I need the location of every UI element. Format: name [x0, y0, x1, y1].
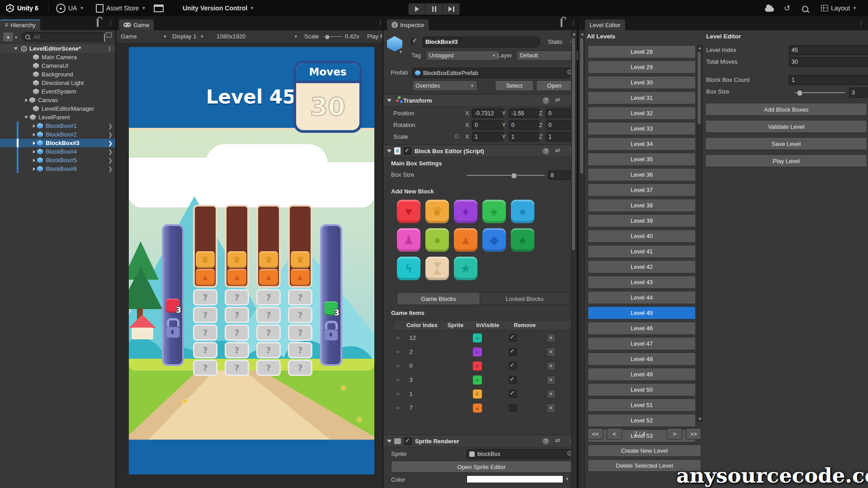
sprite-renderer-header[interactable]: Sprite Renderer [383, 435, 577, 447]
add-object-button[interactable]: + [3, 32, 14, 42]
foldout-closed-icon[interactable] [25, 99, 28, 102]
level-button[interactable]: Level 41 [588, 245, 696, 258]
hierarchy-item-blockbox[interactable]: BlockBox#1❯ [0, 122, 115, 130]
history-button[interactable] [784, 0, 790, 16]
level-button[interactable]: Level 28 [588, 45, 696, 58]
prefab-open-chevron[interactable]: ❯ [108, 157, 113, 164]
drag-handle-icon[interactable]: = [396, 404, 400, 411]
level-button[interactable]: Level 49 [588, 368, 696, 381]
level-button[interactable]: Level 51 [588, 399, 696, 412]
level-button[interactable]: Level 38 [588, 199, 696, 212]
validate-level-button[interactable]: Validate Level [705, 120, 867, 133]
window-picker-icon[interactable] [104, 34, 105, 42]
help-icon[interactable] [542, 148, 549, 155]
dark-spade-block-button[interactable]: ♠ [511, 228, 534, 252]
star-block-button[interactable]: ★ [454, 257, 477, 280]
game-item-row[interactable]: = 7 ▲ × [393, 402, 571, 414]
tab-hierarchy[interactable]: Hierarchy [0, 19, 40, 30]
first-page-button[interactable]: << [588, 428, 603, 440]
level-button[interactable]: Level 29 [588, 61, 696, 74]
foldout-closed-icon[interactable] [33, 141, 35, 145]
drag-handle-icon[interactable]: = [396, 348, 400, 355]
level-button[interactable]: Level 48 [588, 352, 696, 366]
play-level-button[interactable]: Play Level [705, 155, 867, 167]
level-button[interactable]: Level 34 [588, 137, 696, 150]
box-size-slider[interactable] [467, 175, 545, 176]
level-button[interactable]: Level 39 [588, 214, 696, 227]
scene-row[interactable]: LevelEditorScene* [0, 44, 115, 53]
version-control-menu[interactable]: Unity Version Control▼ [183, 0, 254, 16]
level-editor-menu-icon[interactable] [858, 19, 864, 26]
rotation-x-field[interactable]: 0 [472, 120, 504, 130]
hierarchy-item-blockbox-selected[interactable]: BlockBox#3❯ [0, 139, 115, 147]
search-input[interactable] [33, 33, 93, 41]
position-y-field[interactable]: -1.55 [509, 108, 539, 118]
create-new-level-button[interactable]: Create New Level [588, 445, 701, 457]
lock-icon[interactable] [561, 19, 562, 26]
level-list-scrollbar[interactable] [697, 45, 703, 422]
scene-menu-icon[interactable] [107, 45, 113, 52]
hierarchy-item[interactable]: CameraUI [0, 61, 115, 70]
prefab-open-chevron[interactable]: ❯ [108, 166, 113, 172]
level-button[interactable]: Level 35 [588, 153, 696, 166]
hierarchy-search-box[interactable] [22, 32, 106, 42]
level-button[interactable]: Level 44 [588, 291, 696, 304]
transform-header[interactable]: Transform [383, 94, 577, 107]
prev-page-button[interactable]: < [607, 428, 622, 440]
invisible-checkbox[interactable] [509, 376, 517, 384]
leaf-block-button[interactable]: ● [425, 228, 449, 252]
inspector-menu-icon[interactable] [571, 19, 576, 26]
detail-box-size-field[interactable]: 3 [849, 88, 868, 98]
layout-menu[interactable]: Layout▼ [821, 0, 857, 16]
presets-icon[interactable] [555, 437, 560, 444]
color-swatch[interactable] [467, 475, 563, 483]
renderer-enabled-checkbox[interactable] [404, 437, 412, 445]
tab-game[interactable]: Game [119, 19, 154, 30]
cloud-button[interactable] [765, 1, 774, 18]
overrides-dropdown[interactable]: Overrides▼ [412, 80, 477, 91]
add-object-dropdown-icon[interactable]: ▼ [14, 35, 18, 40]
drag-handle-icon[interactable]: = [396, 376, 400, 383]
save-level-button[interactable]: Save Level [705, 137, 867, 150]
foldout-open-icon[interactable] [387, 150, 392, 153]
crown-block-button[interactable]: ♛ [425, 200, 449, 223]
invisible-checkbox[interactable] [509, 334, 517, 342]
lock-icon[interactable] [97, 19, 99, 26]
tab-locked-blocks[interactable]: Locked Blocks [480, 292, 570, 305]
drag-handle-icon[interactable]: = [396, 390, 400, 397]
foldout-open-icon[interactable] [24, 116, 28, 119]
level-button[interactable]: Level 31 [588, 91, 696, 104]
tag-dropdown[interactable]: Untagged▼ [426, 51, 499, 61]
pause-button[interactable] [425, 3, 443, 15]
prefab-open-chevron[interactable]: ❯ [108, 123, 113, 129]
hierarchy-item-blockbox[interactable]: BlockBox#2❯ [0, 130, 115, 139]
detail-box-size-slider[interactable] [795, 92, 845, 93]
foldout-open-icon[interactable] [387, 99, 392, 102]
active-checkbox[interactable] [411, 38, 412, 45]
color-dropdown-icon[interactable]: ▼ [565, 477, 569, 481]
level-button[interactable]: Level 42 [588, 260, 696, 273]
prefab-open-chevron[interactable]: ❯ [108, 140, 113, 146]
drop-block-button[interactable]: ● [511, 200, 534, 223]
add-block-boxes-button[interactable]: Add Block Boxes [705, 103, 867, 116]
prefab-open-chevron[interactable]: ❯ [108, 149, 113, 155]
select-button[interactable]: Select [495, 80, 533, 91]
game-item-row[interactable]: = 2 ♦ × [393, 346, 571, 358]
green-spade-block-button[interactable]: ♠ [482, 200, 506, 223]
foldout-closed-icon[interactable] [33, 150, 35, 154]
shield-block-button[interactable]: ◆ [482, 228, 506, 252]
foldout-closed-icon[interactable] [33, 124, 35, 128]
level-button[interactable]: Level 36 [588, 168, 696, 181]
scale-x-field[interactable]: 1 [472, 132, 504, 141]
lightning-block-button[interactable]: ϟ [397, 257, 420, 280]
remove-button[interactable]: × [547, 404, 556, 413]
last-page-button[interactable]: >> [686, 428, 701, 440]
foldout-closed-icon[interactable] [33, 159, 35, 162]
remove-button[interactable]: × [547, 361, 556, 371]
foldout-open-icon[interactable] [14, 47, 18, 50]
invisible-checkbox[interactable] [509, 404, 517, 412]
hierarchy-item[interactable]: Background [0, 70, 115, 79]
search-button[interactable] [802, 1, 808, 17]
hierarchy-item-blockbox[interactable]: BlockBox#6❯ [0, 164, 115, 173]
level-button[interactable]: Level 32 [588, 107, 696, 120]
